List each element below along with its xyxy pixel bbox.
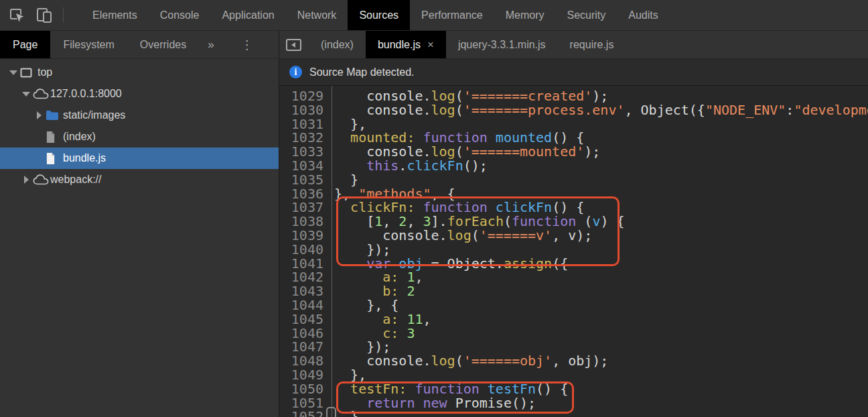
line-number[interactable]: 1045 [279, 312, 332, 326]
line-number[interactable]: 1037 [279, 200, 332, 215]
code-line: 1034 this.clickFn(); [279, 159, 868, 173]
code-line: 1044 }, { [279, 298, 868, 312]
line-number[interactable]: 1031 [279, 117, 332, 131]
line-number[interactable]: 1041 [279, 257, 332, 271]
line-number[interactable]: 1039 [279, 229, 332, 243]
code-line-text: }, "methods", { [332, 187, 455, 201]
inspect-element-icon[interactable] [4, 0, 31, 30]
scrollbar-thumb[interactable] [326, 407, 336, 417]
tree-item-label: 127.0.0.1:8000 [50, 88, 122, 100]
frame-icon [20, 68, 38, 78]
code-line: 1050 testFn: function testFn() { [279, 382, 868, 396]
code-line-text: mounted: function mounted() { [332, 131, 584, 145]
code-line-text: }, [332, 117, 366, 131]
main-tab-sources[interactable]: Sources [348, 0, 410, 30]
file-icon [46, 131, 63, 143]
panel-body: top127.0.0.1:8000static/images(index)bun… [0, 59, 868, 417]
code-line: 1043 b: 2 [279, 284, 868, 298]
navigator-tab-overrides[interactable]: Overrides [127, 31, 199, 58]
file-tab-jquery-3-3-1-min-js[interactable]: jquery-3.3.1.min.js [446, 31, 558, 58]
main-tab-performance[interactable]: Performance [410, 0, 494, 30]
infobar-message: Source Map detected. [309, 66, 415, 78]
line-number[interactable]: 1043 [279, 284, 332, 298]
line-number[interactable]: 1034 [279, 159, 332, 173]
file-tab-bundle-js[interactable]: bundle.js× [366, 31, 446, 58]
expander-down-icon[interactable] [7, 70, 20, 75]
line-number[interactable]: 1035 [279, 173, 332, 187]
code-line: 1031 }, [279, 117, 868, 131]
code-line-text: return new Promise(); [332, 396, 536, 410]
main-tab-console[interactable]: Console [149, 0, 211, 30]
code-line-text: console.log('======v', v); [332, 229, 592, 243]
tree-item-top[interactable]: top [0, 62, 279, 83]
code-line: 1037 clickFn: function clickFn() { [279, 200, 868, 215]
code-line-text: a: 11, [332, 312, 431, 326]
line-number[interactable]: 1036 [279, 187, 332, 201]
code-line: 1046 c: 3 [279, 326, 868, 341]
expander-down-icon[interactable] [19, 92, 33, 97]
hide-navigator-icon[interactable] [279, 31, 309, 58]
main-tab-audits[interactable]: Audits [617, 0, 669, 30]
main-tab-security[interactable]: Security [555, 0, 617, 30]
line-number[interactable]: 1048 [279, 354, 332, 368]
line-number[interactable]: 1046 [279, 326, 332, 341]
tree-item-webpack[interactable]: webpack:// [0, 169, 279, 190]
folder-icon [46, 110, 63, 121]
navigator-tab-page[interactable]: Page [0, 31, 50, 58]
line-number[interactable]: 1050 [279, 382, 332, 396]
tree-item-127-0-0-1-8000[interactable]: 127.0.0.1:8000 [0, 83, 279, 105]
expander-right-icon[interactable] [19, 176, 33, 184]
code-editor[interactable]: 1029 console.log('=======created');1030 … [279, 86, 868, 417]
code-line: 1032 mounted: function mounted() { [279, 131, 868, 145]
tree-item-bundle-js[interactable]: bundle.js [0, 147, 279, 169]
code-line-text: console.log('======obj', obj); [332, 354, 608, 368]
sourcemap-infobar: i Source Map detected. [279, 59, 868, 86]
file-tab-require-js[interactable]: require.js [558, 31, 626, 58]
main-tab-strip: ElementsConsoleApplicationNetworkSources… [81, 0, 670, 30]
line-number[interactable]: 1047 [279, 340, 332, 354]
line-number[interactable]: 1030 [279, 103, 332, 117]
line-number[interactable]: 1051 [279, 396, 332, 410]
line-number[interactable]: 1040 [279, 243, 332, 257]
main-tab-network[interactable]: Network [286, 0, 348, 30]
more-tabs-icon[interactable]: » [199, 31, 222, 58]
line-number[interactable]: 1033 [279, 145, 332, 159]
code-line: 1040 }); [279, 243, 868, 257]
code-line: 1047 }); [279, 340, 868, 354]
toolbar-separator [63, 7, 64, 23]
line-number[interactable]: 1032 [279, 131, 332, 145]
navigator-tab-filesystem[interactable]: Filesystem [50, 31, 127, 58]
navigator-pane: top127.0.0.1:8000static/images(index)bun… [0, 59, 279, 417]
line-number[interactable]: 1052 [279, 410, 332, 417]
file-tab-strip: (index)bundle.js×jquery-3.3.1.min.jsrequ… [309, 31, 626, 58]
code-line: 1042 a: 1, [279, 270, 868, 284]
code-line-text: clickFn: function clickFn() { [332, 200, 584, 215]
line-number[interactable]: 1049 [279, 368, 332, 382]
overflow-menu-icon[interactable]: ⋮ [232, 31, 262, 58]
code-line: 1051 return new Promise(); [279, 396, 868, 410]
device-toolbar-icon[interactable] [31, 0, 58, 30]
code-line: 1036}, "methods", { [279, 187, 868, 201]
line-number[interactable]: 1042 [279, 270, 332, 284]
close-icon[interactable]: × [427, 39, 434, 50]
main-tab-application[interactable]: Application [210, 0, 285, 30]
main-tab-elements[interactable]: Elements [81, 0, 149, 30]
code-line: 1029 console.log('=======created'); [279, 89, 868, 103]
tree-item-index[interactable]: (index) [0, 126, 279, 147]
tree-item-label: webpack:// [50, 174, 101, 186]
main-toolbar: ElementsConsoleApplicationNetworkSources… [0, 0, 868, 31]
file-tab-index[interactable]: (index) [309, 31, 366, 58]
code-line: 1041 var obj = Object.assign({ [279, 257, 868, 271]
file-tab-label: jquery-3.3.1.min.js [458, 39, 546, 51]
cloud-icon [33, 174, 50, 185]
line-number[interactable]: 1029 [279, 89, 332, 103]
expander-right-icon[interactable] [32, 111, 46, 119]
devtools-window: ElementsConsoleApplicationNetworkSources… [0, 0, 868, 417]
file-tree: top127.0.0.1:8000static/images(index)bun… [0, 62, 279, 190]
line-number[interactable]: 1044 [279, 298, 332, 312]
main-tab-memory[interactable]: Memory [494, 0, 556, 30]
line-number[interactable]: 1038 [279, 215, 332, 229]
code-line: 1049 }, [279, 368, 868, 382]
file-tab-label: bundle.js [378, 39, 421, 51]
tree-item-static-images[interactable]: static/images [0, 105, 279, 126]
